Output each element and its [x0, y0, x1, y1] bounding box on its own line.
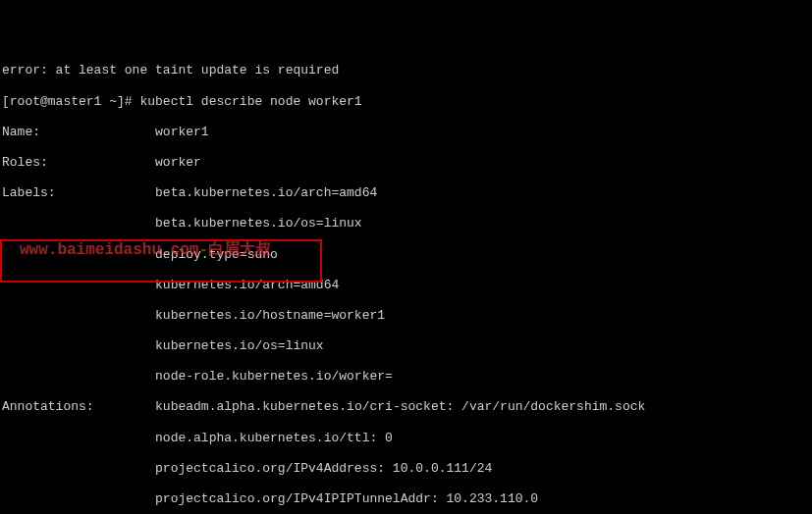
error-line: error: at least one taint update is requ… [2, 63, 810, 78]
label-6: node-role.kubernetes.io/worker= [155, 369, 393, 384]
label-line: kubernetes.io/hostname=worker1 [2, 308, 810, 324]
name-value: worker1 [155, 125, 209, 139]
annotation-line: projectcalico.org/IPv4IPIPTunnelAddr: 10… [2, 491, 810, 507]
command-prompt: [root@master1 ~]# kubectl describe node … [2, 94, 810, 110]
annotation-2: projectcalico.org/IPv4Address: 10.0.0.11… [155, 461, 492, 476]
label-line: beta.kubernetes.io/os=linux [2, 216, 810, 231]
label-line: deploy.type=suno [2, 247, 810, 263]
roles-row: Roles: worker [2, 155, 810, 171]
annotation-line: node.alpha.kubernetes.io/ttl: 0 [2, 431, 810, 446]
label-line: kubernetes.io/arch=amd64 [2, 278, 810, 293]
label-3: kubernetes.io/arch=amd64 [155, 278, 339, 292]
label-2: deploy.type=suno [155, 247, 278, 262]
label-5: kubernetes.io/os=linux [155, 338, 324, 353]
label-line: node-role.kubernetes.io/worker= [2, 369, 810, 385]
annotation-1: node.alpha.kubernetes.io/ttl: 0 [155, 431, 393, 445]
roles-label: Roles: [2, 155, 48, 170]
annotation-line: projectcalico.org/IPv4Address: 10.0.0.11… [2, 461, 810, 477]
labels-label: Labels: [2, 185, 56, 200]
label-1: beta.kubernetes.io/os=linux [155, 216, 362, 231]
label-0: beta.kubernetes.io/arch=amd64 [155, 185, 377, 200]
annotations-label: Annotations: [2, 399, 94, 414]
annotation-3: projectcalico.org/IPv4IPIPTunnelAddr: 10… [155, 491, 538, 506]
label-line: kubernetes.io/os=linux [2, 338, 810, 354]
roles-value: worker [155, 155, 201, 170]
annotation-0: kubeadm.alpha.kubernetes.io/cri-socket: … [155, 399, 645, 414]
annotations-row: Annotations: kubeadm.alpha.kubernetes.io… [2, 399, 810, 415]
name-row: Name: worker1 [2, 125, 810, 140]
label-4: kubernetes.io/hostname=worker1 [155, 308, 385, 323]
name-label: Name: [2, 125, 40, 139]
labels-row: Labels: beta.kubernetes.io/arch=amd64 [2, 185, 810, 201]
